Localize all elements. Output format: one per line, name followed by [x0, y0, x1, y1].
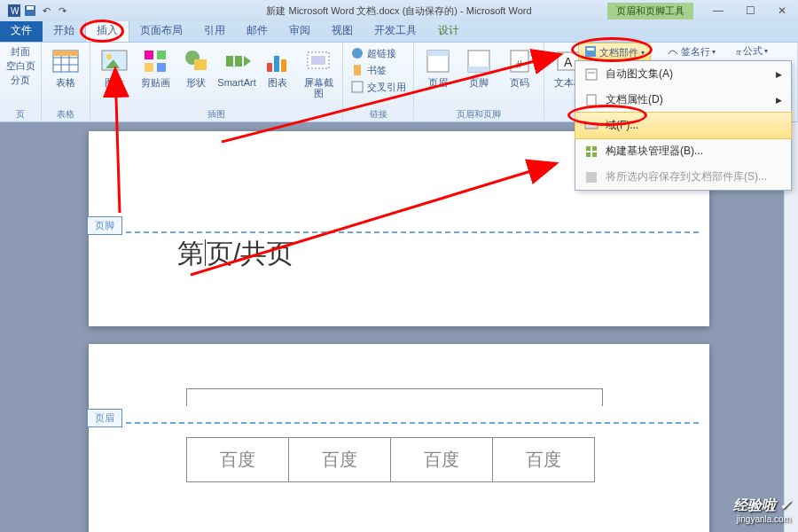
save-icon[interactable]: [23, 4, 37, 18]
table-cell[interactable]: 百度: [493, 438, 595, 482]
svg-rect-19: [226, 56, 233, 66]
tab-references[interactable]: 引用: [193, 20, 236, 42]
text-cursor: [205, 239, 206, 266]
crossref-button[interactable]: 交叉引用: [348, 79, 408, 95]
submenu-arrow-icon: ▶: [776, 70, 782, 79]
bookmark-icon: [350, 63, 364, 77]
table-cell[interactable]: 百度: [289, 438, 391, 482]
maximize-button[interactable]: ☐: [734, 0, 766, 21]
redo-icon[interactable]: ↷: [55, 4, 69, 18]
ribbon-tabs: 文件 开始 插入 页面布局 引用 邮件 审阅 视图 开发工具 设计: [0, 21, 798, 43]
tab-layout[interactable]: 页面布局: [129, 20, 193, 42]
cover-page-button[interactable]: 封面: [11, 45, 30, 59]
svg-rect-15: [145, 63, 153, 72]
quickparts-icon: [584, 45, 597, 59]
svg-rect-43: [585, 123, 598, 129]
footer-button[interactable]: 页脚: [460, 45, 497, 88]
quickparts-button[interactable]: 文档部件 ▾: [578, 43, 651, 62]
svg-rect-42: [587, 95, 596, 106]
field-icon: [584, 119, 598, 133]
quick-access-toolbar: W ↶ ↷: [7, 4, 69, 18]
tab-file[interactable]: 文件: [0, 20, 43, 42]
undo-icon[interactable]: ↶: [39, 4, 53, 18]
svg-point-27: [352, 48, 363, 59]
page-break-button[interactable]: 分页: [11, 74, 30, 87]
close-button[interactable]: ✕: [766, 0, 798, 21]
screenshot-button[interactable]: 屏幕截图: [300, 45, 337, 98]
svg-rect-23: [274, 56, 279, 72]
picture-button[interactable]: 图片: [96, 45, 133, 88]
submenu-arrow-icon: ▶: [776, 96, 782, 105]
group-links-label: 链接: [348, 107, 408, 121]
group-tables-label: 表格: [47, 107, 84, 121]
chart-button[interactable]: 图表: [259, 45, 296, 88]
dd-autotext[interactable]: 自动图文集(A)▶: [575, 61, 791, 87]
svg-text:W: W: [11, 6, 20, 16]
svg-rect-3: [27, 6, 34, 10]
pagenumber-icon: #: [505, 47, 534, 75]
svg-rect-38: [585, 46, 596, 57]
svg-rect-26: [311, 56, 325, 65]
watermark: 经验啦 ✓ jingyanla.com: [733, 498, 791, 527]
footer-text[interactable]: 第页/共页: [177, 236, 293, 272]
tab-mailings[interactable]: 邮件: [236, 20, 278, 42]
dd-docproperty[interactable]: 文档属性(D)▶: [575, 87, 791, 113]
group-pages-label: 页: [5, 107, 35, 121]
bbmgr-icon: [584, 145, 598, 159]
footer-tab[interactable]: 页脚: [87, 216, 122, 235]
page-2[interactable]: 页眉 百度 百度 百度 百度: [89, 344, 709, 532]
table-cell[interactable]: 百度: [391, 438, 493, 482]
svg-rect-24: [281, 59, 286, 72]
crossref-icon: [350, 80, 364, 94]
equation-button[interactable]: π 公式▾: [736, 44, 768, 58]
tab-developer[interactable]: 开发工具: [364, 20, 427, 42]
svg-rect-9: [53, 51, 78, 56]
svg-text:A: A: [564, 55, 573, 69]
header-button[interactable]: 页眉: [419, 45, 457, 88]
group-headerfooter-label: 页眉和页脚: [419, 107, 538, 121]
smartart-button[interactable]: SmartArt: [218, 45, 255, 88]
signature-line-button[interactable]: 签名行▾: [667, 44, 716, 59]
bookmark-button[interactable]: 书签: [348, 62, 408, 78]
tab-home[interactable]: 开始: [43, 20, 85, 42]
svg-rect-48: [586, 172, 597, 183]
footer-boundary: [99, 231, 699, 233]
dropdown-arrow-icon: ▾: [641, 49, 645, 57]
tab-design[interactable]: 设计: [427, 20, 470, 42]
blank-page-button[interactable]: 空白页: [6, 59, 35, 73]
contextual-tab-title: 页眉和页脚工具: [607, 3, 693, 20]
svg-rect-46: [586, 153, 591, 157]
header-tab[interactable]: 页眉: [87, 409, 122, 427]
svg-rect-18: [194, 59, 207, 70]
shapes-button[interactable]: 形状: [177, 45, 215, 88]
shapes-icon: [182, 47, 210, 75]
chart-icon: [263, 47, 292, 75]
svg-point-11: [106, 54, 112, 59]
table-button[interactable]: 表格: [47, 45, 84, 88]
document-table[interactable]: 百度 百度 百度 百度: [186, 437, 595, 482]
svg-rect-45: [592, 146, 597, 151]
hyperlink-button[interactable]: 超链接: [348, 45, 408, 61]
signature-icon: [667, 44, 679, 59]
title-bar: W ↶ ↷ 新建 Microsoft Word 文档.docx (自动保存的) …: [0, 0, 798, 21]
minimize-button[interactable]: —: [702, 0, 734, 21]
tab-view[interactable]: 视图: [321, 20, 364, 42]
pagenumber-button[interactable]: # 页码: [501, 45, 538, 88]
save-selection-icon: [584, 170, 598, 184]
header-icon: [424, 47, 452, 75]
dd-field[interactable]: 域(F)...: [575, 112, 792, 139]
tab-review[interactable]: 审阅: [278, 20, 321, 42]
dd-building-blocks[interactable]: 构建基块管理器(B)...: [575, 138, 791, 164]
docproperty-icon: [584, 93, 598, 107]
svg-marker-21: [244, 56, 251, 66]
table-cell[interactable]: 百度: [187, 438, 289, 482]
clipart-button[interactable]: 剪贴画: [137, 45, 174, 88]
tab-insert[interactable]: 插入: [85, 19, 129, 42]
svg-rect-28: [354, 65, 361, 75]
word-icon: W: [7, 4, 21, 18]
svg-text:#: #: [516, 59, 522, 71]
footer-icon: [465, 47, 493, 75]
svg-rect-39: [587, 48, 594, 51]
equation-icon: π: [736, 46, 741, 57]
table-icon: [51, 47, 80, 75]
